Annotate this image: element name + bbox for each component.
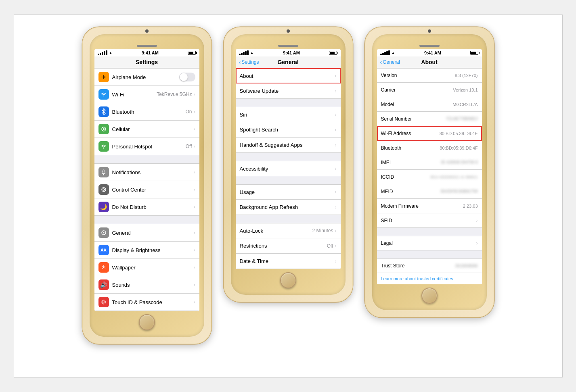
dnd-chevron: › [194,204,195,210]
phone3-status-bar: ▲ 9:41 AM [377,49,482,56]
hotspot-value: Off [186,144,192,149]
row-dnd[interactable]: 🌙 Do Not Disturb › [94,198,199,216]
phone2-nav-title: General [277,59,298,65]
row-datetime[interactable]: Date & Time › [236,254,341,269]
phone3-back-label: General [383,59,400,65]
row-cellular[interactable]: Cellular › [94,121,199,138]
phone2-section3: Accessibility › [236,161,341,176]
display-chevron: › [194,247,195,253]
iccid-label: ICCID [381,174,394,180]
autolock-chevron: › [335,228,337,234]
control-center-chevron: › [194,187,195,192]
datetime-chevron: › [335,259,337,264]
row-airplane-mode[interactable]: ✈ Airplane Mode [94,68,199,86]
display-label: Display & Brightness [112,247,161,253]
row-about[interactable]: About › [236,68,341,83]
wifi-address-value: 80:BD:05:39:D6:4E [440,131,478,136]
row-touchid[interactable]: Touch ID & Passcode › [94,294,199,311]
row-spotlight[interactable]: Spotlight Search › [236,122,341,138]
about-row-imei: IMEI 35 428908 094799 8 [377,155,482,170]
row-siri[interactable]: Siri › [236,107,341,122]
version-value: 8.3 (12F70) [455,73,478,78]
about-bluetooth-label: Bluetooth [381,145,402,151]
svg-point-1 [103,128,105,130]
row-general[interactable]: General › [94,224,199,242]
phone3-signal [380,50,390,55]
touchid-chevron: › [194,299,195,305]
meid-label: MEID [381,189,393,194]
phone2-bottom [236,269,341,290]
phone1-frame: ▲ 9:41 AM Settings [82,27,212,344]
wallpaper-label: Wallpaper [112,265,136,271]
phone3-back-button[interactable]: ‹ General [380,59,400,65]
about-row-carrier: Carrier Verizon 19.1 [377,83,482,97]
wallpaper-chevron: › [194,265,195,270]
row-autolock[interactable]: Auto-Lock 2 Minutes › [236,223,341,238]
battery-icon [188,51,196,55]
row-usage[interactable]: Usage › [236,184,341,200]
general-icon [98,227,109,238]
row-display[interactable]: AA Display & Brightness › [94,242,199,259]
bluetooth-value: On [185,109,192,115]
home-button-2[interactable] [280,272,296,288]
about-row-modem: Modem Firmware 2.23.03 [377,199,482,213]
row-control-center[interactable]: Control Center › [94,181,199,198]
row-accessibility[interactable]: Accessibility › [236,161,341,176]
restrictions-label: Restrictions [240,243,267,249]
status-bar: ▲ 9:41 AM [94,49,199,56]
row-wifi[interactable]: Wi-Fi TekRevue 5GHz › [94,86,199,103]
learn-more-link[interactable]: Learn more about trusted certificates [377,273,482,284]
wifi-value: TekRevue 5GHz [157,92,192,97]
bluetooth-icon [98,106,109,117]
phone2-speaker [278,45,298,47]
row-hotspot[interactable]: Personal Hotspot Off › [94,138,199,155]
model-value: MGCR2LL/A [452,102,478,107]
row-sounds[interactable]: 🔊 Sounds › [94,276,199,294]
phone3-wifi-icon: ▲ [392,51,395,55]
cellular-label: Cellular [112,126,130,132]
accessibility-label: Accessibility [240,166,268,172]
divider-2 [94,216,199,224]
about-row-seid[interactable]: SEID › [377,213,482,228]
trust-label: Trust Store [381,263,405,269]
divider-1 [94,155,199,163]
phone2-back-button[interactable]: ‹ Settings [239,59,259,65]
phone3-frame: ▲ 9:41 AM ‹ General About [365,27,494,317]
wifi-label: Wi-Fi [112,92,124,98]
phone1-settings-list: ✈ Airplane Mode [94,68,199,311]
status-left: ▲ [98,50,113,55]
status-right [188,51,196,55]
home-button-1[interactable] [139,314,155,330]
wallpaper-icon [98,262,109,273]
row-bluetooth[interactable]: Bluetooth On › [94,103,199,121]
siri-label: Siri [240,112,247,118]
row-wallpaper[interactable]: Wallpaper › [94,259,199,276]
home-button-3[interactable] [421,288,438,304]
notifications-chevron: › [194,169,195,175]
phone2-status-bar: ▲ 9:41 AM [236,49,341,56]
camera-dot [145,29,149,33]
spotlight-chevron: › [335,127,337,133]
accessibility-chevron: › [335,166,337,171]
row-bg-refresh[interactable]: Background App Refresh › [236,200,341,215]
phone2-nav: ‹ Settings General [236,56,341,68]
signal-dot-5 [106,50,107,55]
wifi-icon: ▲ [109,51,113,55]
autolock-label: Auto-Lock [240,228,264,234]
row-handoff[interactable]: Handoff & Suggested Apps › [236,138,341,153]
carrier-label: Carrier [381,87,396,93]
row-restrictions[interactable]: Restrictions Off › [236,238,341,254]
wifi-settings-icon [98,89,109,100]
bg-refresh-chevron: › [335,204,337,210]
about-row-trust: Trust Store 0619008086 [377,259,482,273]
phone3-divider2 [377,250,482,259]
status-time: 9:41 AM [142,50,159,55]
row-software-update[interactable]: Software Update › [236,83,341,99]
airplane-toggle[interactable] [179,73,195,81]
svg-point-2 [103,148,104,149]
about-row-iccid: ICCID 8914 4500080021 41 988621 [377,170,482,184]
about-row-serial: Serial Number F2LMCT9B0MDJ [377,112,482,126]
about-row-legal[interactable]: Legal › [377,236,482,250]
row-notifications[interactable]: Notifications › [94,163,199,181]
phone3-status-time: 9:41 AM [424,50,441,55]
